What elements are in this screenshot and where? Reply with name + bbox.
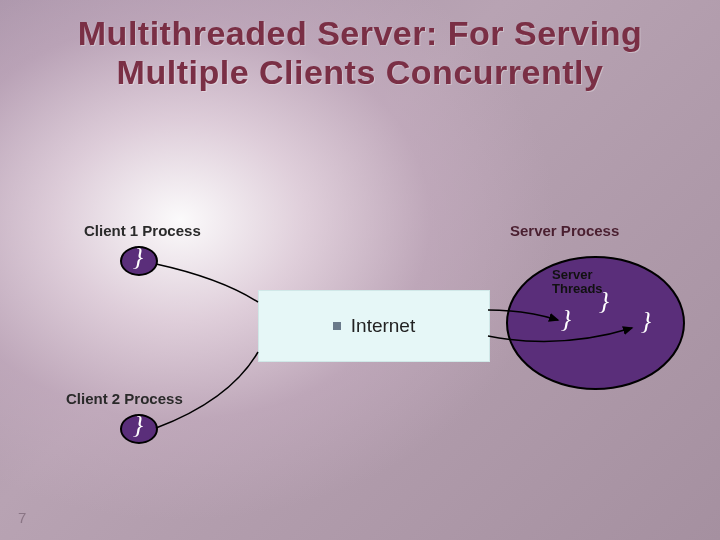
internet-label: Internet <box>351 315 415 337</box>
server-process-label: Server Process <box>510 222 619 239</box>
internet-box: Internet <box>258 290 490 362</box>
title-line-1: Multithreaded Server: For Serving <box>78 14 642 52</box>
client-2-label: Client 2 Process <box>66 390 183 407</box>
client-2-squiggle: } <box>128 416 148 434</box>
page-number: 7 <box>18 509 26 526</box>
client-1-label: Client 1 Process <box>84 222 201 239</box>
bullet-icon <box>333 322 341 330</box>
client-1-squiggle: } <box>128 248 148 266</box>
slide-title: Multithreaded Server: For Serving Multip… <box>0 14 720 92</box>
title-line-2: Multiple Clients Concurrently <box>117 53 604 91</box>
server-squiggle-3: } <box>636 312 656 330</box>
slide: Multithreaded Server: For Serving Multip… <box>0 0 720 540</box>
server-squiggle-1: } <box>556 310 576 328</box>
server-squiggle-2: } <box>594 292 614 310</box>
